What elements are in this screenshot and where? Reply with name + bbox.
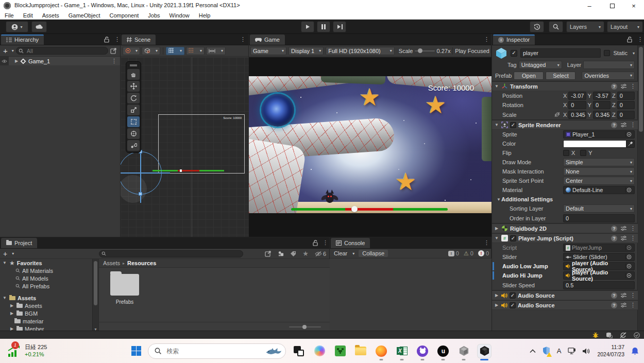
- tab-game[interactable]: Game: [250, 34, 285, 45]
- component-menu-icon[interactable]: ⋮: [630, 225, 636, 232]
- scale-y-field[interactable]: 0.345: [593, 111, 611, 119]
- flip-y-checkbox[interactable]: [580, 150, 586, 156]
- taskbar-search-input[interactable]: [165, 347, 261, 355]
- scene-visibility-icon[interactable]: [0, 57, 9, 65]
- foldout-icon[interactable]: ▶: [494, 293, 499, 298]
- fav-all-models[interactable]: All Models: [0, 274, 92, 282]
- tag-dropdown[interactable]: Untagged▾: [519, 61, 562, 69]
- tab-console[interactable]: Console: [331, 238, 370, 248]
- open-in-panel-icon[interactable]: [265, 251, 272, 257]
- color-swatch[interactable]: [563, 140, 626, 148]
- project-tree-scrollbar[interactable]: ▼: [92, 259, 98, 331]
- foldout-icon[interactable]: ▶: [494, 226, 499, 231]
- inspector-menu-icon[interactable]: ⋮: [637, 36, 643, 43]
- menu-jobs[interactable]: Jobs: [143, 11, 164, 20]
- slider-speed-field[interactable]: 0.5: [563, 281, 635, 289]
- progress-ok-icon[interactable]: [634, 332, 640, 338]
- network-display-icon[interactable]: [568, 348, 576, 354]
- transform-header[interactable]: ▼ Transform ? ⋮: [492, 81, 638, 91]
- sprite-object-field[interactable]: Player_1: [563, 130, 635, 139]
- tab-inspector[interactable]: i Inspector: [493, 34, 535, 45]
- tray-chevron-icon[interactable]: [530, 349, 536, 353]
- start-button[interactable]: [129, 344, 143, 358]
- rotation-y-field[interactable]: 0: [593, 101, 611, 109]
- error-counter[interactable]: ! 0: [478, 250, 489, 256]
- menu-gameobject[interactable]: GameObject: [64, 11, 105, 20]
- project-create-dropdown-icon[interactable]: ▾: [12, 251, 14, 256]
- favorites-node[interactable]: ▼ ★ Favorites: [0, 259, 92, 267]
- ime-mode-indicator[interactable]: A: [557, 347, 562, 355]
- project-search[interactable]: [99, 250, 243, 257]
- undo-history-button[interactable]: [530, 21, 544, 32]
- scene-camera-dropdown[interactable]: ▾: [142, 47, 160, 55]
- foldout-icon[interactable]: ▶: [494, 303, 499, 307]
- layer-dropdown[interactable]: ▾: [583, 61, 635, 69]
- eyedropper-icon[interactable]: [626, 140, 635, 148]
- volume-icon[interactable]: [583, 348, 590, 354]
- position-x-field[interactable]: -3.07: [568, 92, 586, 100]
- create-button[interactable]: +: [3, 46, 8, 55]
- cache-server-icon[interactable]: [606, 332, 613, 338]
- name-field[interactable]: player: [520, 48, 601, 58]
- presets-icon[interactable]: [620, 83, 627, 89]
- layers-dropdown[interactable]: Layers▾: [566, 21, 604, 32]
- help-icon[interactable]: ?: [611, 83, 617, 90]
- project-menu-icon[interactable]: ⋮: [323, 239, 328, 246]
- tab-hierarchy[interactable]: Hierarchy: [1, 34, 44, 45]
- scene-name[interactable]: Game_1: [28, 58, 50, 64]
- search-everything-button[interactable]: [549, 21, 563, 32]
- favorites-star-icon[interactable]: ★: [302, 250, 309, 257]
- object-picker-icon[interactable]: [625, 273, 632, 278]
- package-icon[interactable]: [278, 251, 284, 257]
- active-checkbox[interactable]: ✓: [511, 50, 517, 57]
- hidden-count-button[interactable]: 6: [315, 251, 326, 257]
- account-button[interactable]: ▾: [6, 21, 28, 32]
- taskbar-app-github[interactable]: [416, 344, 429, 358]
- menu-file[interactable]: File: [0, 11, 19, 20]
- resolution-dropdown[interactable]: Full HD (1920x1080)▾: [326, 47, 395, 55]
- mask-interaction-dropdown[interactable]: None▾: [563, 167, 635, 176]
- close-button[interactable]: ×: [623, 0, 644, 11]
- clear-dropdown-icon[interactable]: ▾: [352, 251, 354, 256]
- sprite-renderer-header[interactable]: ▼ ✓ Sprite Renderer ? ⋮: [492, 120, 638, 130]
- taskbar-app-unity-hub[interactable]: [457, 344, 470, 358]
- menu-window[interactable]: Window: [165, 11, 194, 20]
- layout-dropdown[interactable]: Layout▾: [607, 21, 643, 32]
- taskbar-app-excel[interactable]: X: [395, 344, 409, 358]
- help-icon[interactable]: ?: [611, 122, 617, 128]
- presets-icon[interactable]: [620, 226, 627, 231]
- folder-materiar[interactable]: materiar: [0, 317, 92, 325]
- prefab-select-button[interactable]: Select: [546, 72, 575, 80]
- taskbar-search[interactable]: [148, 343, 286, 359]
- audio-source-2-header[interactable]: ▶ ✓ Audio Source ? ⋮: [492, 300, 638, 310]
- scene-menu-icon[interactable]: ⋮: [240, 36, 246, 43]
- maximize-button[interactable]: [601, 0, 623, 11]
- thumbnail-size-slider[interactable]: [289, 326, 321, 327]
- inspector-scrollbar[interactable]: [637, 45, 644, 331]
- component-menu-icon[interactable]: ⋮: [630, 302, 636, 308]
- collapse-button[interactable]: Collapse: [359, 250, 388, 257]
- foldout-icon[interactable]: ▼: [496, 197, 501, 202]
- console-menu-icon[interactable]: ⋮: [484, 239, 489, 246]
- taskbar-app-unity-editor[interactable]: [478, 344, 491, 358]
- position-z-field[interactable]: 0: [617, 92, 635, 100]
- play-button[interactable]: [301, 21, 314, 32]
- sort-point-dropdown[interactable]: Center▾: [563, 177, 635, 185]
- scene-gizmo-handle-bottom[interactable]: [139, 192, 142, 196]
- display-dropdown[interactable]: Display 1▾: [289, 47, 324, 55]
- scene-viewport[interactable]: Score: 10000: [121, 57, 249, 237]
- palette-drag-handle[interactable]: [130, 64, 137, 66]
- foldout-icon[interactable]: ▶: [9, 311, 14, 316]
- taskbar-app-desktops[interactable]: [292, 344, 306, 358]
- tag-icon[interactable]: [290, 251, 296, 257]
- help-icon[interactable]: ?: [611, 235, 617, 241]
- snap-settings-dropdown[interactable]: ▾: [186, 47, 205, 55]
- component-enabled-checkbox[interactable]: ✓: [510, 292, 516, 299]
- project-lock-icon[interactable]: [313, 240, 318, 247]
- console-log-area[interactable]: [330, 258, 492, 331]
- tab-project[interactable]: Project: [1, 238, 37, 248]
- project-search-input[interactable]: [108, 250, 241, 257]
- foldout-icon[interactable]: ▼: [494, 84, 499, 89]
- pause-button[interactable]: [317, 21, 330, 32]
- position-y-field[interactable]: -3.57: [593, 92, 611, 100]
